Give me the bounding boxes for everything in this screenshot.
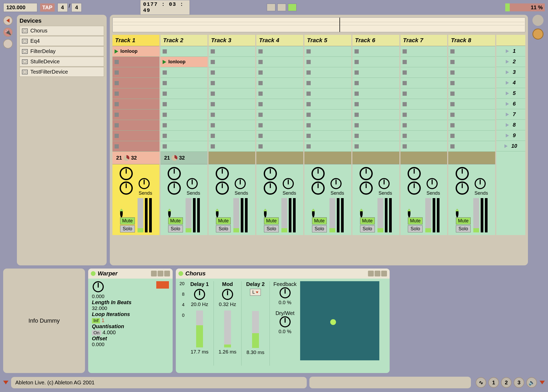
- browser-toggle-back-icon[interactable]: [3, 16, 13, 25]
- clip-slot[interactable]: [448, 131, 495, 141]
- footer-btn-2[interactable]: 2: [501, 377, 512, 388]
- clip-slot[interactable]: [256, 109, 303, 120]
- clip-slot[interactable]: [112, 120, 159, 131]
- clip-slot[interactable]: [400, 141, 447, 152]
- clip-slot[interactable]: [448, 120, 495, 131]
- scene-launch[interactable]: 6: [496, 99, 525, 109]
- mod-knob[interactable]: [222, 289, 233, 300]
- mute-button[interactable]: Mute: [264, 217, 279, 224]
- mute-button[interactable]: Mute: [456, 217, 471, 224]
- clip-slot[interactable]: [112, 141, 159, 152]
- warper-knob[interactable]: [93, 281, 104, 292]
- volume-fader[interactable]: [329, 198, 344, 232]
- volume-fader[interactable]: [233, 198, 248, 232]
- feedback-knob[interactable]: [280, 287, 291, 298]
- scene-launch[interactable]: 4: [496, 78, 525, 88]
- solo-button[interactable]: Solo: [120, 225, 135, 232]
- track-header[interactable]: Track 4: [256, 35, 303, 46]
- on-toggle[interactable]: On: [92, 330, 101, 336]
- clip-slot[interactable]: [448, 78, 495, 88]
- volume-fader[interactable]: [473, 198, 488, 232]
- waveform-icon[interactable]: ∿: [476, 377, 486, 388]
- mod-slider[interactable]: [224, 310, 231, 347]
- delay1-knob[interactable]: [194, 289, 205, 300]
- clip-slot[interactable]: [448, 109, 495, 120]
- browser-item[interactable]: Chorus: [20, 26, 104, 36]
- send-knob[interactable]: [187, 178, 198, 189]
- status-chevron-icon[interactable]: [540, 381, 545, 384]
- send-knob-b[interactable]: [456, 181, 469, 195]
- timesig-denominator[interactable]: 4: [71, 3, 82, 12]
- send-knob-b[interactable]: [360, 181, 373, 195]
- clip-slot[interactable]: [160, 67, 207, 78]
- pan-knob[interactable]: [456, 209, 459, 217]
- send-knob[interactable]: [330, 178, 342, 189]
- track-header[interactable]: Track 5: [304, 35, 351, 46]
- clip-slot[interactable]: [304, 131, 351, 141]
- clip-slot[interactable]: [304, 109, 351, 120]
- clip-slot[interactable]: [209, 141, 256, 152]
- transport-stop-button[interactable]: [267, 3, 276, 11]
- track-header[interactable]: Track 7: [400, 35, 447, 46]
- send-knob-a[interactable]: [311, 167, 325, 180]
- clip-slot[interactable]: [400, 99, 447, 109]
- clip-slot[interactable]: [209, 67, 256, 78]
- clip-slot[interactable]: [256, 120, 303, 131]
- delay1-slider[interactable]: [196, 310, 203, 347]
- clip-slot[interactable]: [352, 67, 399, 78]
- clip-slot[interactable]: [160, 78, 207, 88]
- song-position[interactable]: 0177 : 03 : 49: [140, 0, 190, 15]
- clip-slot[interactable]: [112, 109, 159, 120]
- scene-launch[interactable]: 2: [496, 56, 525, 67]
- send-knob[interactable]: [139, 178, 150, 189]
- device-save-icon[interactable]: [368, 271, 374, 276]
- solo-button[interactable]: Solo: [216, 225, 231, 232]
- clip-slot[interactable]: [448, 57, 495, 67]
- track-header[interactable]: Track 2: [160, 35, 207, 46]
- scene-launch[interactable]: 9: [496, 130, 525, 141]
- transport-play-button[interactable]: [277, 3, 286, 11]
- scene-launch[interactable]: 3: [496, 67, 525, 78]
- mute-button[interactable]: Mute: [312, 217, 327, 224]
- browser-item[interactable]: TestFilterDevice: [20, 67, 104, 77]
- send-knob-b[interactable]: [168, 181, 181, 195]
- clip-slot[interactable]: [209, 109, 256, 120]
- device-next-icon[interactable]: [164, 271, 170, 276]
- browser-device-icon[interactable]: 🔌: [3, 27, 13, 37]
- send-knob-b[interactable]: [311, 181, 325, 195]
- pan-knob[interactable]: [168, 209, 171, 217]
- browser-item[interactable]: StulleDevice: [20, 57, 104, 66]
- send-knob-b[interactable]: [120, 181, 133, 195]
- delay2-slider[interactable]: [252, 311, 259, 348]
- arrangement-marker[interactable]: [339, 18, 340, 32]
- solo-button[interactable]: Solo: [312, 225, 327, 232]
- track-header[interactable]: Track 3: [209, 35, 256, 46]
- send-knob-b[interactable]: [408, 181, 421, 195]
- clip-slot[interactable]: [160, 99, 207, 109]
- inf-toggle[interactable]: Inf: [92, 318, 100, 323]
- send-knob[interactable]: [475, 178, 486, 189]
- volume-fader[interactable]: [186, 198, 200, 232]
- track-header[interactable]: Track 6: [352, 35, 399, 46]
- pan-knob[interactable]: [120, 209, 123, 217]
- view-toggle-icon[interactable]: [532, 28, 544, 40]
- pan-knob[interactable]: [408, 209, 410, 217]
- clip-slot[interactable]: [400, 88, 447, 99]
- volume-fader[interactable]: [281, 198, 296, 232]
- clip-slot[interactable]: [400, 131, 447, 141]
- clip-slot[interactable]: [160, 88, 207, 99]
- clip-slot[interactable]: [304, 88, 351, 99]
- clip-slot[interactable]: [352, 46, 399, 57]
- clip-slot[interactable]: [352, 57, 399, 67]
- track-header[interactable]: Track 1: [112, 35, 159, 46]
- clip-slot[interactable]: [209, 99, 256, 109]
- volume-fader[interactable]: [425, 198, 440, 232]
- send-knob-a[interactable]: [456, 167, 469, 180]
- device-next-icon[interactable]: [381, 271, 387, 276]
- device-on-icon[interactable]: [178, 271, 183, 276]
- clip-slot[interactable]: [256, 67, 303, 78]
- clip-slot[interactable]: [209, 57, 256, 67]
- tap-button[interactable]: TAP: [40, 3, 55, 12]
- clip-slot[interactable]: [160, 131, 207, 141]
- solo-button[interactable]: Solo: [456, 225, 471, 232]
